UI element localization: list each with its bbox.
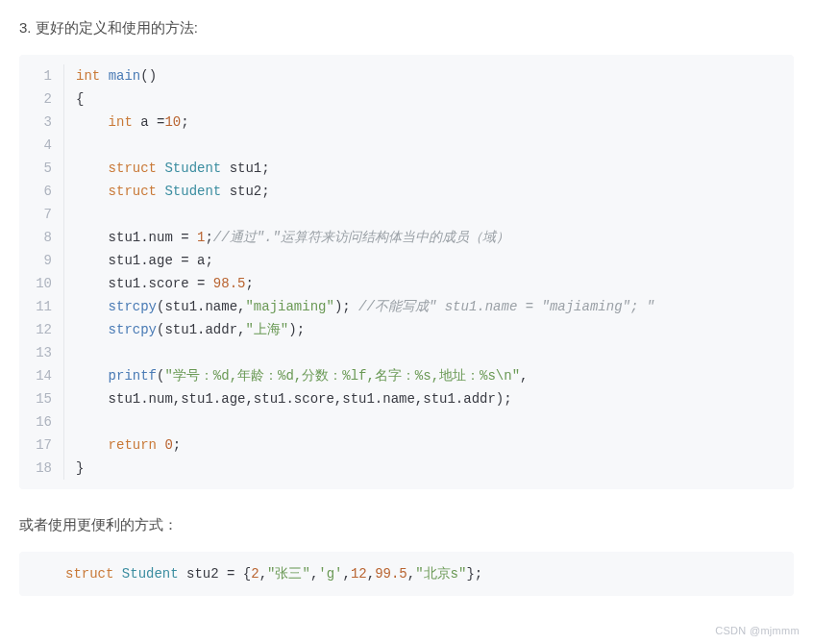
code-content: stu1.num = 1;//通过"."运算符来访问结构体当中的成员（域） [64,226,509,249]
code-line: 5 struct Student stu1; [19,157,794,180]
line-number: 2 [19,87,63,111]
line-number: 13 [19,341,63,364]
code-line: 11 strcpy(stu1.name,"majiaming"); //不能写成… [19,295,794,318]
code-block-inline-init: struct Student stu2 = {2,"张三",'g',12,99.… [19,552,794,596]
code-content: int a =10; [64,111,189,134]
code-content: stu1.age = a; [64,249,213,272]
line-number: 10 [19,272,63,295]
line-number: 12 [19,318,63,341]
code-content [64,410,84,433]
code-line: 17 return 0; [19,433,794,457]
code-line: 4 [19,134,794,157]
line-number: 18 [19,457,63,480]
line-number: 3 [19,111,63,134]
code-content: } [64,457,84,480]
code-line: 7 [19,203,794,226]
code-line: 18} [19,457,794,480]
code-line: 14 printf("学号：%d,年龄：%d,分数：%lf,名字：%s,地址：%… [19,364,794,387]
code-content: printf("学号：%d,年龄：%d,分数：%lf,名字：%s,地址：%s\n… [64,364,528,387]
code-content: int main() [64,64,157,87]
code-content: struct Student stu1; [64,157,270,180]
code-content: strcpy(stu1.addr,"上海"); [64,318,305,341]
line-number: 4 [19,134,63,157]
code-content [64,134,84,157]
code-line: 1int main() [19,64,794,87]
line-number: 14 [19,364,63,387]
section-heading: 3. 更好的定义和使用的方法: [19,19,794,37]
code-line: 10 stu1.score = 98.5; [19,272,794,295]
code-line: 16 [19,410,794,433]
code-content: stu1.score = 98.5; [64,272,254,295]
code-content: return 0; [64,433,181,457]
line-number: 8 [19,226,63,249]
code-line: 8 stu1.num = 1;//通过"."运算符来访问结构体当中的成员（域） [19,226,794,249]
line-number: 1 [19,64,63,87]
code-content: { [64,87,84,111]
code-line: 6 struct Student stu2; [19,180,794,203]
line-number: 15 [19,387,63,410]
code-line: 13 [19,341,794,364]
line-number: 17 [19,433,63,457]
code-line: 12 strcpy(stu1.addr,"上海"); [19,318,794,341]
alt-method-text: 或者使用更便利的方式： [19,516,794,534]
line-number: 16 [19,410,63,433]
code-content: struct Student stu2; [64,180,270,203]
line-number: 9 [19,249,63,272]
line-number: 5 [19,157,63,180]
line-number: 11 [19,295,63,318]
code-content [64,341,84,364]
line-number: 7 [19,203,63,226]
code-line: 2{ [19,87,794,111]
line-number: 6 [19,180,63,203]
code-content: strcpy(stu1.name,"majiaming"); //不能写成" s… [64,295,654,318]
code-content: stu1.num,stu1.age,stu1.score,stu1.name,s… [64,387,512,410]
code-block-main: 1int main()2{3 int a =10;4 5 struct Stud… [19,55,794,489]
code-line: 3 int a =10; [19,111,794,134]
code-line: 9 stu1.age = a; [19,249,794,272]
code-content [64,203,84,226]
code-line: 15 stu1.num,stu1.age,stu1.score,stu1.nam… [19,387,794,410]
